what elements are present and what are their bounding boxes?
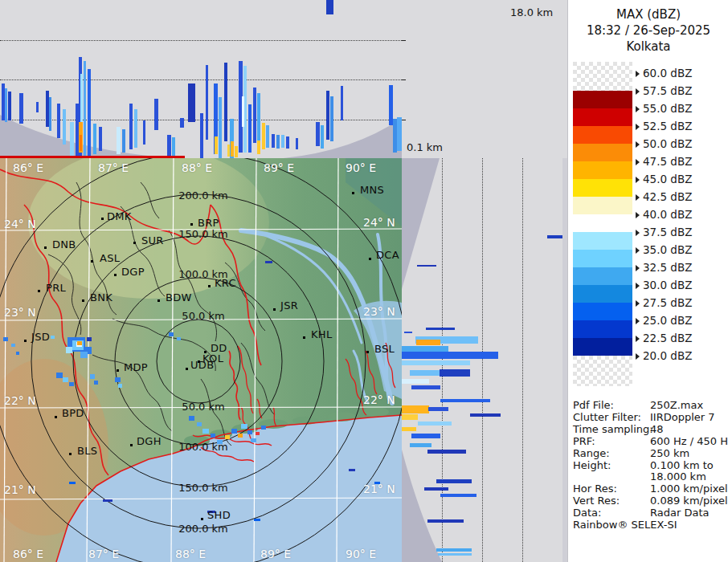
city-dot xyxy=(303,336,305,339)
graticule-label: 89° E xyxy=(260,548,291,560)
city-label: JSD xyxy=(31,331,50,343)
echo-bar xyxy=(416,340,440,345)
height-axis-max-label: 18.0 km xyxy=(510,6,553,18)
range-ring-label: 150.0 km xyxy=(178,228,228,240)
metadata-row: Height:0.100 km to xyxy=(573,459,727,471)
city-dot xyxy=(273,308,276,311)
graticule-label: 22° N xyxy=(363,393,395,406)
echo-speck xyxy=(115,377,121,382)
color-scale-cell xyxy=(573,356,632,386)
echo-bar xyxy=(281,135,284,148)
metadata-row: Pdf File:250Z.max xyxy=(573,399,727,411)
echo-bar xyxy=(418,422,452,426)
metadata-label: Range: xyxy=(573,447,610,459)
echo-bar xyxy=(84,61,86,158)
height-axis-min-label: 0.1 km xyxy=(407,141,443,153)
echo-speck xyxy=(225,435,230,439)
range-ring-label: 200.0 km xyxy=(178,523,228,535)
color-scale-label: 20.0 dBZ xyxy=(636,349,692,362)
city-dot xyxy=(369,258,371,260)
graticule-label: 24° N xyxy=(4,218,36,230)
echo-bar xyxy=(188,83,195,122)
color-scale-label: 52.5 dBZ xyxy=(636,120,692,132)
metadata-value: 48 xyxy=(650,423,664,435)
echo-speck xyxy=(69,482,76,484)
echo-speck xyxy=(211,434,215,438)
metadata-label: Data: xyxy=(573,507,601,519)
dbz-value: 57.5 dBZ xyxy=(643,84,692,97)
echo-bar xyxy=(167,135,171,158)
echo-bar xyxy=(316,122,320,146)
range-ring-label: 150.0 km xyxy=(178,482,228,494)
echo-speck xyxy=(16,352,19,355)
graticule-label: 23° N xyxy=(4,306,36,319)
echo-bar xyxy=(402,379,429,384)
metadata-value: 0.089 km/pixel xyxy=(650,495,728,507)
echo-bar xyxy=(257,140,260,154)
echo-bar xyxy=(93,124,96,154)
product-datetime: 18:32 / 26-Sep-2025 xyxy=(568,22,728,39)
product-title: MAX (dBZ) xyxy=(568,6,728,22)
echo-bar xyxy=(99,127,102,151)
echo-bar xyxy=(426,328,455,330)
echo-bar xyxy=(70,122,74,157)
color-scale-cell xyxy=(573,338,632,356)
echo-bar xyxy=(49,97,51,131)
metadata-value: Radar Data xyxy=(650,507,709,519)
dbz-value: 20.0 dBZ xyxy=(643,349,692,362)
radar-map-panel: 200.0 km150.0 km100.0 km50.0 km50.0 km10… xyxy=(0,158,402,562)
color-scale-label: 30.0 dBZ xyxy=(636,279,692,291)
echo-bar xyxy=(117,127,121,154)
echo-speck xyxy=(87,337,92,341)
echo-speck xyxy=(11,344,15,347)
legend-panel: MAX (dBZ) 18:32 / 26-Sep-2025 Kolkata 60… xyxy=(567,0,728,562)
metadata-value: 250 km xyxy=(650,447,689,459)
echo-bar xyxy=(154,99,158,130)
color-scale-cell xyxy=(573,285,632,303)
echo-bar xyxy=(410,370,440,376)
city-label: DNB xyxy=(52,238,76,250)
echo-bar xyxy=(248,104,252,153)
city-label: MNS xyxy=(360,184,384,196)
echo-bar xyxy=(436,479,472,483)
city-label: ASL xyxy=(100,252,120,264)
dbz-value: 22.5 dBZ xyxy=(643,332,692,344)
echo-speck xyxy=(177,337,181,340)
echo-bar xyxy=(235,146,238,157)
graticule-label: 90° E xyxy=(346,161,376,174)
tick-triangle-icon xyxy=(636,336,640,342)
metadata-label: Time sampling: xyxy=(573,423,653,435)
color-scale-label: 40.0 dBZ xyxy=(636,208,692,221)
range-ring-label: 100.0 km xyxy=(178,441,228,453)
graticule-label: 87° E xyxy=(88,548,119,560)
dbz-value: 40.0 dBZ xyxy=(643,208,692,221)
echo-bar xyxy=(143,120,145,145)
metadata-label: Vert Res: xyxy=(573,495,620,507)
color-scale-label: 42.5 dBZ xyxy=(636,190,692,203)
color-scale-label: 55.0 dBZ xyxy=(636,102,692,115)
color-scale-label: 32.5 dBZ xyxy=(636,261,692,274)
echo-speck xyxy=(80,352,88,358)
graticule-label: 23° N xyxy=(363,305,395,318)
echo-bar xyxy=(8,92,11,120)
graticule-label: 90° E xyxy=(346,548,376,560)
color-scale-cell xyxy=(573,62,632,91)
dbz-value: 45.0 dBZ xyxy=(643,173,692,185)
city-dot xyxy=(130,444,133,446)
city-dot xyxy=(201,518,203,520)
echo-bar xyxy=(63,109,66,145)
echo-bar xyxy=(172,137,175,157)
dbz-value: 32.5 dBZ xyxy=(643,261,692,274)
metadata-label: Clutter Filter: xyxy=(573,411,641,423)
tick-triangle-icon xyxy=(636,300,640,307)
color-scale-cell xyxy=(573,108,632,126)
echo-speck xyxy=(118,384,122,388)
echo-bar xyxy=(272,134,275,148)
dbz-value: 42.5 dBZ xyxy=(643,190,692,203)
axis-tick xyxy=(402,40,406,41)
echo-bar xyxy=(440,399,490,402)
city-dot xyxy=(186,368,188,370)
tick-triangle-icon xyxy=(636,71,640,77)
echo-speck xyxy=(90,374,95,379)
echo-bar xyxy=(276,135,280,149)
